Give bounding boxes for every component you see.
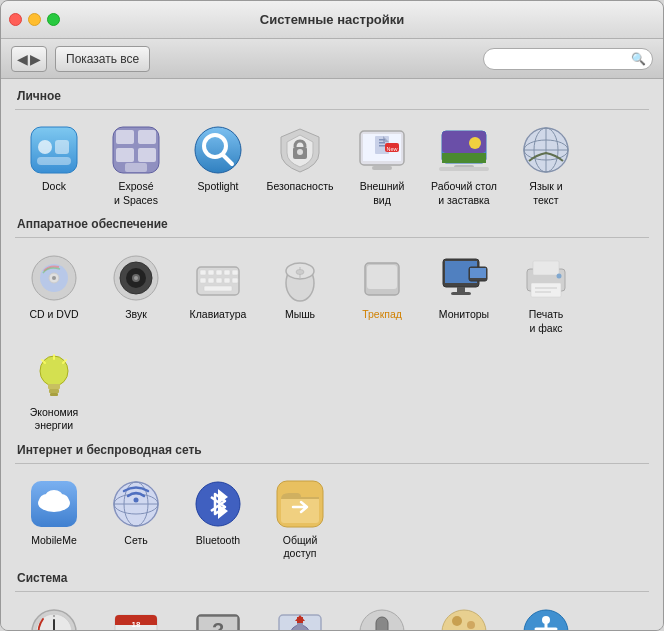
- svg-point-90: [134, 497, 139, 502]
- svg-rect-93: [281, 497, 319, 523]
- update-icon: [274, 606, 326, 630]
- svg-rect-53: [208, 278, 214, 283]
- svg-rect-47: [200, 270, 206, 275]
- pref-monitors[interactable]: Мониторы: [425, 246, 503, 339]
- search-icon: 🔍: [631, 52, 646, 66]
- svg-point-45: [134, 276, 138, 280]
- svg-rect-21: [379, 145, 385, 147]
- svg-rect-72: [531, 283, 561, 297]
- preferences-content: Личное: [1, 79, 663, 630]
- pref-startup[interactable]: ? Загрузочныйтом: [179, 600, 257, 630]
- pref-keyboard[interactable]: Клавиатура: [179, 246, 257, 339]
- network-icon: [110, 478, 162, 530]
- pref-update[interactable]: Обновлениепрограмм: [261, 600, 339, 630]
- maximize-button[interactable]: [47, 13, 60, 26]
- monitors-label: Мониторы: [439, 308, 489, 322]
- show-all-button[interactable]: Показать все: [55, 46, 150, 72]
- svg-rect-55: [224, 278, 230, 283]
- svg-point-28: [469, 137, 481, 149]
- language-label: Язык итекст: [529, 180, 562, 207]
- svg-rect-57: [204, 286, 232, 291]
- pref-bluetooth[interactable]: Bluetooth: [179, 472, 257, 565]
- svg-rect-1: [37, 157, 71, 165]
- security-icon: [274, 124, 326, 176]
- pref-language[interactable]: Язык итекст: [507, 118, 585, 211]
- svg-rect-48: [208, 270, 214, 275]
- pref-dock[interactable]: Dock: [15, 118, 93, 211]
- pref-trackpad[interactable]: Трекпад: [343, 246, 421, 339]
- personal-items-row: Dock Exposéи Spaces: [15, 118, 649, 211]
- svg-rect-19: [379, 139, 385, 141]
- svg-rect-5: [116, 130, 134, 144]
- close-button[interactable]: [9, 13, 22, 26]
- section-hardware-title: Аппаратное обеспечение: [15, 217, 649, 231]
- pref-network[interactable]: Сеть: [97, 472, 175, 565]
- pref-timemachine[interactable]: Time Machine: [15, 600, 93, 630]
- svg-rect-51: [232, 270, 238, 275]
- pref-spotlight[interactable]: Spotlight: [179, 118, 257, 211]
- appearance-label: Внешнийвид: [360, 180, 405, 207]
- window-title: Системные настройки: [260, 12, 405, 27]
- spotlight-label: Spotlight: [198, 180, 239, 194]
- dock-label: Dock: [42, 180, 66, 194]
- svg-rect-67: [451, 292, 471, 295]
- svg-rect-71: [533, 261, 559, 275]
- pref-sound[interactable]: Звук: [97, 246, 175, 339]
- back-icon[interactable]: ◀: [17, 52, 28, 66]
- language-icon: [520, 124, 572, 176]
- traffic-lights: [9, 13, 60, 26]
- pref-expose[interactable]: Exposéи Spaces: [97, 118, 175, 211]
- internet-items-row: MobileMe: [15, 472, 649, 565]
- section-personal: Личное: [15, 89, 649, 211]
- pref-sharing[interactable]: Общийдоступ: [261, 472, 339, 565]
- svg-rect-77: [48, 384, 60, 389]
- pref-print[interactable]: Печатьи факс: [507, 246, 585, 339]
- svg-rect-63: [367, 265, 397, 289]
- parental-icon: [438, 606, 490, 630]
- svg-rect-3: [55, 140, 69, 154]
- svg-point-2: [38, 140, 52, 154]
- svg-rect-79: [50, 393, 58, 396]
- sound-label: Звук: [125, 308, 147, 322]
- svg-point-129: [442, 610, 486, 630]
- trackpad-icon: [356, 252, 408, 304]
- pref-desktop[interactable]: Рабочий столи заставка: [425, 118, 503, 211]
- section-internet-title: Интернет и беспроводная сеть: [15, 443, 649, 457]
- pref-mobileme[interactable]: MobileMe: [15, 472, 93, 565]
- pref-datetime[interactable]: 18 18 Датаи время: [97, 600, 175, 630]
- expose-label: Exposéи Spaces: [114, 180, 158, 207]
- pref-mouse[interactable]: Мышь: [261, 246, 339, 339]
- forward-icon[interactable]: ▶: [30, 52, 41, 66]
- sound-icon: [110, 252, 162, 304]
- svg-rect-56: [232, 278, 238, 283]
- svg-point-131: [467, 621, 475, 629]
- security-label: Безопасность: [267, 180, 334, 194]
- main-window: Системные настройки ◀ ▶ Показать все 🔍 Л…: [0, 0, 664, 631]
- svg-rect-7: [116, 148, 134, 162]
- energy-label: Экономияэнергии: [30, 406, 79, 433]
- section-personal-title: Личное: [15, 89, 649, 103]
- pref-speech[interactable]: Речь: [343, 600, 421, 630]
- search-input[interactable]: [483, 48, 653, 70]
- pref-parental[interactable]: Родительск.контроль: [425, 600, 503, 630]
- svg-point-130: [452, 616, 462, 626]
- speech-icon: [356, 606, 408, 630]
- monitors-icon: [438, 252, 490, 304]
- svg-rect-126: [376, 617, 388, 630]
- svg-point-76: [40, 356, 68, 386]
- desktop-label: Рабочий столи заставка: [431, 180, 497, 207]
- pref-cddvd[interactable]: CD и DVD: [15, 246, 93, 339]
- back-forward-buttons[interactable]: ◀ ▶: [11, 46, 47, 72]
- pref-energy[interactable]: Экономияэнергии: [15, 344, 93, 437]
- titlebar: Системные настройки: [1, 1, 663, 39]
- svg-text:?: ?: [212, 619, 224, 630]
- pref-security[interactable]: Безопасность: [261, 118, 339, 211]
- pref-appearance[interactable]: New Внешнийвид: [343, 118, 421, 211]
- svg-rect-49: [216, 270, 222, 275]
- pref-universal[interactable]: Универсальныйдоступ: [507, 600, 585, 630]
- mouse-icon: [274, 252, 326, 304]
- mouse-label: Мышь: [285, 308, 315, 322]
- sharing-label: Общийдоступ: [283, 534, 318, 561]
- minimize-button[interactable]: [28, 13, 41, 26]
- svg-rect-52: [200, 278, 206, 283]
